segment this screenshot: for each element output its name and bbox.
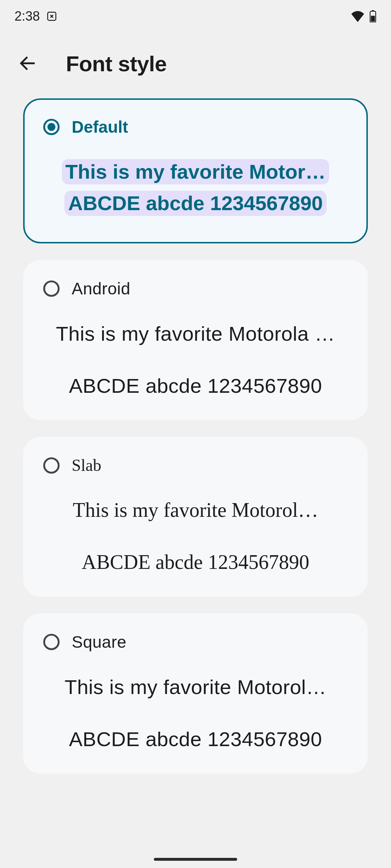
font-sample-line2: ABCDE abcde 1234567890 — [47, 726, 344, 752]
back-button[interactable] — [14, 51, 41, 77]
page-title: Font style — [66, 51, 167, 76]
font-options-list: Default This is my favorite Motor… ABCDE… — [0, 98, 391, 774]
font-sample: This is my favorite Motorol… ABCDE abcde… — [43, 497, 348, 575]
wifi-icon — [350, 10, 365, 22]
radio-unselected-icon — [43, 457, 60, 474]
font-sample-line2: ABCDE abcde 1234567890 — [64, 191, 327, 216]
font-option-label: Slab — [72, 456, 101, 475]
font-option-slab[interactable]: Slab This is my favorite Motorol… ABCDE … — [23, 437, 368, 597]
font-option-label: Android — [72, 279, 130, 298]
status-time: 2:38 — [14, 9, 40, 24]
font-sample-line1: This is my favorite Motorola … — [47, 321, 344, 347]
font-sample-line1: This is my favorite Motorol… — [47, 497, 344, 523]
font-option-default[interactable]: Default This is my favorite Motor… ABCDE… — [23, 98, 368, 243]
svg-point-7 — [44, 281, 59, 296]
font-option-square[interactable]: Square This is my favorite Motorol… ABCD… — [23, 613, 368, 774]
svg-rect-3 — [371, 16, 375, 21]
font-option-label: Square — [72, 632, 126, 652]
page-header: Font style — [0, 33, 391, 98]
status-bar: 2:38 — [0, 0, 391, 33]
font-sample-line1: This is my favorite Motorol… — [47, 674, 344, 700]
navigation-handle[interactable] — [154, 858, 237, 861]
svg-point-6 — [47, 123, 55, 131]
font-option-android[interactable]: Android This is my favorite Motorola … A… — [23, 260, 368, 420]
radio-unselected-icon — [43, 633, 60, 651]
radio-unselected-icon — [43, 280, 60, 297]
font-sample: This is my favorite Motorol… ABCDE abcde… — [43, 674, 348, 752]
sync-error-icon — [46, 11, 57, 22]
font-option-label: Default — [72, 117, 128, 137]
battery-icon — [369, 10, 377, 22]
font-sample-line2: ABCDE abcde 1234567890 — [47, 373, 344, 399]
font-sample: This is my favorite Motor… ABCDE abcde 1… — [43, 159, 348, 222]
font-sample-line2: ABCDE abcde 1234567890 — [47, 549, 344, 575]
svg-point-9 — [44, 635, 59, 649]
font-sample: This is my favorite Motorola … ABCDE abc… — [43, 321, 348, 399]
arrow-left-icon — [19, 55, 36, 73]
radio-selected-icon — [43, 118, 60, 136]
font-sample-line1: This is my favorite Motor… — [62, 159, 329, 184]
svg-point-8 — [44, 458, 59, 473]
